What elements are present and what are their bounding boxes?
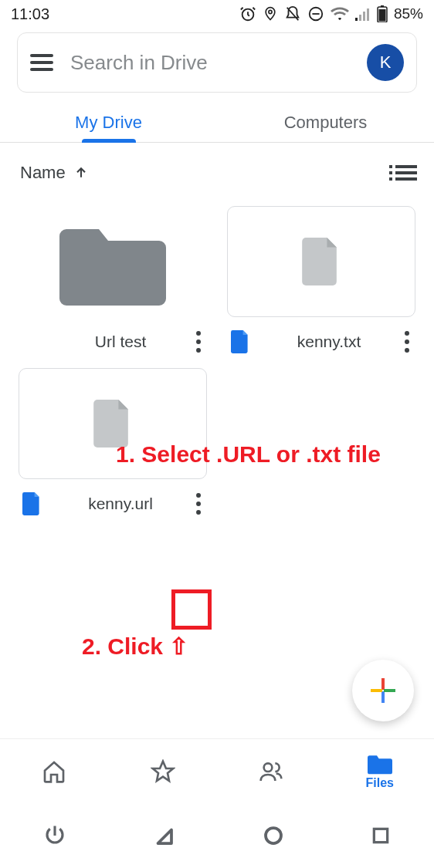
grid-item-file[interactable]: kenny.txt (227, 206, 415, 360)
document-small-icon (231, 330, 249, 353)
search-bar[interactable]: Search in Drive K (17, 32, 417, 93)
battery-icon (377, 5, 388, 22)
search-input[interactable]: Search in Drive (70, 51, 350, 75)
signal-icon (355, 7, 371, 21)
file-name: kenny.url (51, 495, 185, 513)
nav-home[interactable] (0, 759, 109, 784)
wifi-icon (331, 6, 349, 22)
document-small-icon (22, 492, 41, 515)
svg-point-15 (266, 828, 281, 843)
more-options-button[interactable] (402, 328, 412, 356)
fab-add-button[interactable] (352, 660, 414, 721)
bottom-nav: Files (0, 738, 434, 803)
svg-rect-12 (371, 689, 382, 692)
svg-rect-5 (363, 12, 365, 21)
status-time: 11:03 (11, 5, 49, 23)
battery-percent: 85% (394, 5, 423, 22)
sort-button[interactable]: Name (20, 163, 89, 183)
folder-thumb (19, 206, 207, 317)
view-toggle[interactable] (395, 165, 417, 181)
svg-rect-16 (375, 829, 388, 842)
more-options-button[interactable] (193, 490, 204, 518)
nav-shared[interactable] (217, 759, 326, 784)
svg-point-14 (264, 763, 273, 772)
tab-my-drive[interactable]: My Drive (0, 100, 217, 142)
annotation-box (171, 589, 212, 630)
status-bar: 11:03 85% (0, 0, 434, 28)
svg-rect-9 (378, 9, 385, 22)
svg-rect-13 (384, 689, 395, 692)
file-name: kenny.txt (259, 333, 394, 351)
svg-point-1 (269, 10, 272, 13)
status-icons: 85% (239, 5, 423, 22)
arrow-up-icon (73, 165, 89, 181)
file-name: Url test (51, 333, 185, 351)
menu-icon[interactable] (30, 54, 53, 71)
back-icon[interactable] (152, 824, 175, 847)
sort-label: Name (20, 163, 66, 183)
svg-rect-10 (381, 678, 385, 690)
mute-icon (284, 5, 301, 22)
file-grid: Url test kenny.txt kenny.url (0, 191, 434, 522)
svg-rect-11 (381, 691, 385, 703)
power-icon[interactable] (43, 824, 66, 847)
folder-icon (55, 215, 171, 308)
plus-icon (369, 677, 397, 704)
alarm-icon (239, 5, 256, 22)
tabs: My Drive Computers (0, 100, 434, 143)
sort-row: Name (0, 143, 434, 191)
home-system-icon[interactable] (262, 824, 285, 847)
nav-files[interactable]: Files (326, 753, 435, 790)
system-nav (0, 803, 434, 868)
tab-computers[interactable]: Computers (217, 100, 434, 142)
recent-icon[interactable] (371, 826, 391, 846)
annotation-step1: 1. Select .URL or .txt file (116, 441, 381, 468)
more-options-button[interactable] (193, 328, 204, 356)
svg-rect-6 (367, 8, 369, 21)
star-icon (151, 759, 175, 784)
folder-icon (368, 753, 392, 775)
svg-rect-8 (381, 5, 384, 7)
avatar[interactable]: K (367, 44, 404, 81)
document-icon (93, 400, 132, 448)
dnd-icon (307, 5, 324, 22)
document-icon (302, 238, 341, 285)
annotation-step2: 2. Click ⇧ (82, 633, 188, 660)
people-icon (258, 759, 284, 784)
location-icon (263, 5, 278, 22)
svg-rect-4 (359, 15, 361, 21)
nav-files-label: Files (366, 776, 394, 790)
svg-rect-3 (355, 18, 358, 21)
nav-starred[interactable] (109, 759, 218, 784)
list-view-icon (395, 165, 417, 181)
grid-item-folder[interactable]: Url test (19, 206, 207, 360)
file-thumb (227, 206, 415, 317)
home-icon (42, 759, 66, 784)
